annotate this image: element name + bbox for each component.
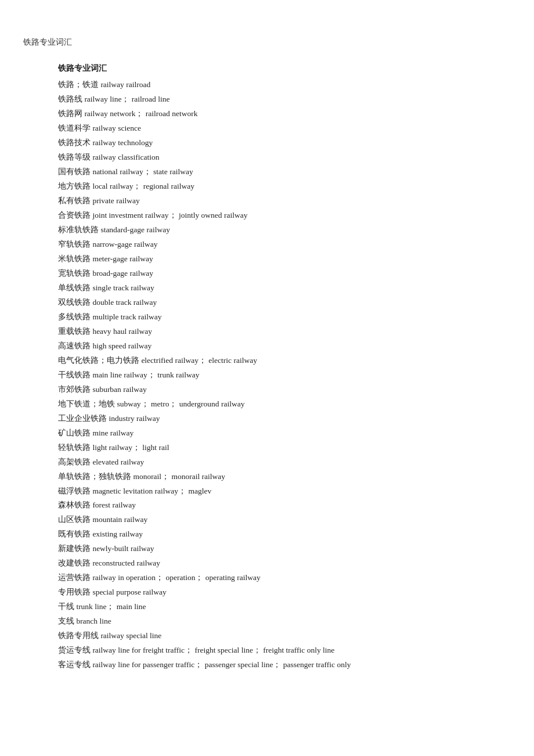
term-line: 双线铁路 double track railway [58, 296, 511, 310]
term-line: 铁路；铁道 railway railroad [58, 78, 511, 92]
term-line: 窄轨铁路 narrow-gage railway [58, 237, 511, 252]
term-line: 多线铁路 multiple track railway [58, 310, 511, 325]
term-line: 地下铁道；地铁 subway； metro； underground railw… [58, 397, 511, 412]
term-line: 磁浮铁路 magnetic levitation railway； maglev [58, 484, 511, 499]
section-heading: 铁路专业词汇 [58, 61, 511, 75]
term-line: 铁路等级 railway classification [58, 150, 511, 165]
term-line: 改建铁路 reconstructed railway [58, 556, 511, 571]
term-line: 山区铁路 mountain railway [58, 513, 511, 527]
term-line: 铁路专用线 railway special line [58, 629, 511, 643]
term-line: 轻轨铁路 light railway； light rail [58, 441, 511, 455]
term-line: 私有铁路 private railway [58, 194, 511, 208]
terms-list: 铁路；铁道 railway railroad铁路线 railway line； … [58, 78, 511, 672]
term-line: 国有铁路 national railway； state railway [58, 165, 511, 179]
term-line: 地方铁路 local railway； regional railway [58, 179, 511, 194]
term-line: 客运专线 railway line for passenger traffic；… [58, 658, 511, 672]
term-line: 新建铁路 newly-built railway [58, 542, 511, 556]
term-line: 高架铁路 elevated railway [58, 455, 511, 470]
term-line: 高速铁路 high speed railway [58, 339, 511, 354]
term-line: 单线铁路 single track railway [58, 281, 511, 296]
term-line: 支线 branch line [58, 614, 511, 629]
term-line: 货运专线 railway line for freight traffic； f… [58, 643, 511, 658]
term-line: 专用铁路 special purpose railway [58, 585, 511, 600]
page-title: 铁路专业词汇 [23, 35, 511, 49]
term-line: 矿山铁路 mine railway [58, 426, 511, 441]
term-line: 铁道科学 railway science [58, 121, 511, 136]
term-line: 工业企业铁路 industry railway [58, 412, 511, 426]
term-line: 森林铁路 forest railway [58, 498, 511, 513]
term-line: 电气化铁路；电力铁路 electrified railway； electric… [58, 354, 511, 368]
term-line: 干线铁路 main line railway； trunk railway [58, 368, 511, 383]
term-line: 市郊铁路 suburban railway [58, 383, 511, 397]
term-line: 干线 trunk line； main line [58, 600, 511, 614]
term-line: 铁路技术 railway technology [58, 136, 511, 150]
term-line: 米轨铁路 meter-gage railway [58, 252, 511, 267]
term-line: 宽轨铁路 broad-gage railway [58, 267, 511, 281]
term-line: 既有铁路 existing railway [58, 527, 511, 542]
term-line: 运营铁路 railway in operation； operation； op… [58, 571, 511, 585]
term-line: 标准轨铁路 standard-gage railway [58, 223, 511, 237]
term-line: 单轨铁路；独轨铁路 monorail； monorail railway [58, 470, 511, 484]
term-line: 重载铁路 heavy haul railway [58, 325, 511, 339]
term-line: 合资铁路 joint investment railway； jointly o… [58, 208, 511, 223]
term-line: 铁路网 railway network； railroad network [58, 107, 511, 121]
term-line: 铁路线 railway line； railroad line [58, 92, 511, 107]
